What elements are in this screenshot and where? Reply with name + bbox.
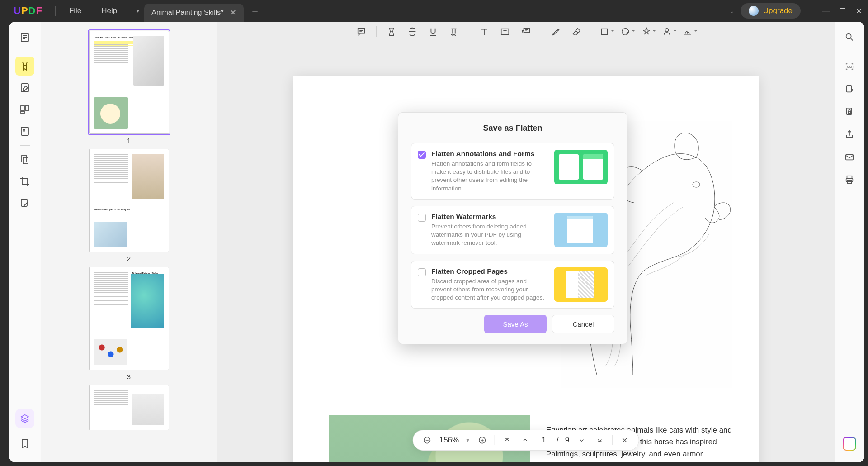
save-as-button[interactable]: Save As — [484, 315, 547, 333]
stamp-dropdown[interactable] — [639, 22, 658, 41]
crop-icon[interactable] — [15, 172, 34, 191]
chevron-down-icon[interactable]: ⌄ — [729, 8, 734, 14]
option-title: Flatten Cropped Pages — [431, 267, 548, 276]
thumb-dog-image — [133, 36, 164, 86]
separator — [844, 52, 854, 52]
redact-icon[interactable] — [15, 194, 34, 213]
note-icon[interactable] — [352, 22, 371, 41]
zoom-dropdown-icon[interactable]: ▼ — [465, 437, 470, 443]
thumb-item[interactable]: Animals are a part of our daily life 2 — [89, 149, 169, 262]
tab-strip: ▾ Animal Painting Skills* ✕ ＋ — [132, 0, 260, 22]
separator — [592, 26, 592, 37]
annotation-toolbar — [217, 22, 835, 42]
page-thumbnail-2[interactable]: Animals are a part of our daily life — [89, 149, 169, 252]
pencil-icon[interactable] — [547, 22, 566, 41]
next-page-button[interactable] — [576, 434, 587, 446]
layers-icon[interactable] — [15, 409, 34, 428]
page-thumbnail-4[interactable] — [89, 385, 169, 430]
window-close-button[interactable] — [854, 6, 863, 16]
window-minimize-button[interactable] — [821, 6, 831, 16]
thumb-page-number: 2 — [127, 255, 131, 262]
cancel-button[interactable]: Cancel — [552, 315, 614, 333]
separator — [376, 26, 377, 37]
strikethrough-icon[interactable] — [403, 22, 422, 41]
checkbox-cropped[interactable] — [418, 268, 426, 276]
svg-rect-11 — [602, 29, 608, 35]
page-thumbnail-1[interactable]: How to Draw Our Favorite Pets — [89, 31, 169, 134]
cropped-illustration — [554, 267, 608, 302]
option-flatten-watermarks[interactable]: Flatten Watermarks Prevent others from d… — [411, 206, 614, 254]
edit-mode-icon[interactable] — [15, 78, 34, 97]
svg-rect-7 — [23, 157, 28, 164]
window-maximize-button[interactable] — [837, 6, 847, 16]
eraser-icon[interactable] — [567, 22, 586, 41]
thumb-palette-image — [94, 339, 127, 365]
underline-icon[interactable] — [424, 22, 443, 41]
thumb-item[interactable]: How to Draw Our Favorite Pets 1 — [89, 31, 169, 144]
thumb-item[interactable]: Different Painting Styles 3 — [89, 267, 169, 380]
sticker-dropdown[interactable] — [618, 22, 637, 41]
tab-list-dropdown[interactable]: ▾ — [132, 8, 144, 14]
close-pager-button[interactable] — [618, 434, 630, 446]
zoom-out-button[interactable] — [421, 434, 433, 446]
thumb-page-number: 3 — [127, 373, 131, 380]
organize-pages-icon[interactable] — [15, 100, 34, 119]
convert-icon[interactable] — [840, 80, 859, 98]
checkbox-annotations[interactable] — [418, 151, 426, 159]
page-navigator: 156% ▼ / 9 — [413, 430, 639, 451]
thumbnails-pane[interactable]: How to Draw Our Favorite Pets 1 Animals … — [41, 22, 217, 462]
signature-dropdown[interactable] — [681, 22, 700, 41]
print-icon[interactable] — [840, 171, 859, 189]
dialog-title: Save as Flatten — [411, 124, 614, 133]
thumb-watercolor-image — [131, 274, 164, 328]
share-icon[interactable] — [840, 125, 859, 143]
svg-rect-10 — [524, 29, 529, 33]
ocr-icon[interactable]: OCR — [840, 57, 859, 76]
first-page-button[interactable] — [501, 434, 513, 446]
svg-point-17 — [846, 34, 851, 39]
comment-mode-icon[interactable] — [15, 57, 34, 76]
checkbox-watermarks[interactable] — [418, 214, 426, 222]
thumb-item[interactable] — [89, 385, 169, 430]
svg-rect-21 — [848, 111, 851, 114]
option-flatten-annotations[interactable]: Flatten Annotations and Forms Flatten an… — [411, 143, 614, 200]
watermarks-illustration — [554, 213, 608, 247]
squiggly-icon[interactable] — [444, 22, 463, 41]
new-tab-button[interactable]: ＋ — [250, 4, 260, 18]
shape-rectangle-dropdown[interactable] — [598, 22, 617, 41]
upgrade-button[interactable]: Upgrade — [741, 3, 801, 19]
svg-rect-19 — [847, 86, 852, 92]
textbox-icon[interactable] — [495, 22, 514, 41]
document-tab[interactable]: Animal Painting Skills* ✕ — [144, 4, 244, 22]
bookmark-icon[interactable] — [15, 434, 34, 453]
protect-icon[interactable] — [840, 103, 859, 121]
email-icon[interactable] — [840, 148, 859, 166]
thumb-page-number: 1 — [127, 137, 131, 144]
page-total: 9 — [565, 436, 569, 445]
tab-close-icon[interactable]: ✕ — [230, 8, 236, 18]
document-viewport[interactable]: Egyptian art celebrates animals like cat… — [217, 22, 835, 462]
last-page-button[interactable] — [594, 434, 605, 446]
menu-file[interactable]: File — [59, 6, 91, 15]
right-tool-rail: OCR — [835, 22, 864, 462]
thumb-brushes-image — [132, 154, 164, 199]
annotations-illustration — [554, 150, 608, 184]
zoom-in-button[interactable] — [476, 434, 488, 446]
ai-assistant-icon[interactable] — [843, 437, 856, 451]
form-mode-icon[interactable] — [15, 122, 34, 141]
reader-mode-icon[interactable] — [15, 28, 34, 47]
text-icon[interactable] — [475, 22, 494, 41]
highlight-icon[interactable] — [382, 22, 401, 41]
search-icon[interactable] — [840, 28, 859, 46]
option-flatten-cropped[interactable]: Flatten Cropped Pages Discard cropped ar… — [411, 261, 614, 309]
callout-icon[interactable] — [516, 22, 535, 41]
menu-help[interactable]: Help — [91, 6, 127, 15]
page-tools-icon[interactable] — [15, 150, 34, 169]
svg-point-13 — [665, 29, 668, 32]
svg-point-14 — [693, 182, 700, 187]
page-thumbnail-3[interactable]: Different Painting Styles — [89, 267, 169, 370]
prev-page-button[interactable] — [519, 434, 531, 446]
user-stamp-dropdown[interactable] — [660, 22, 679, 41]
page-input[interactable] — [538, 436, 550, 445]
svg-rect-3 — [25, 106, 29, 110]
